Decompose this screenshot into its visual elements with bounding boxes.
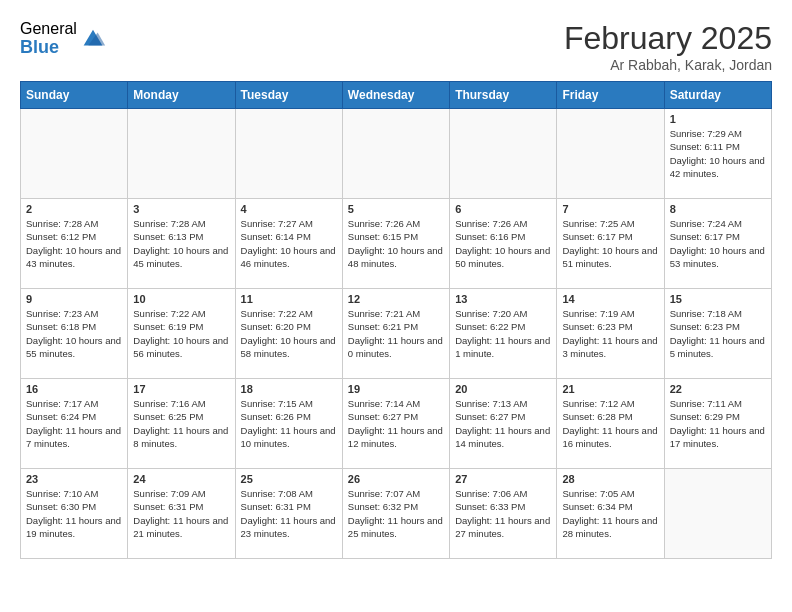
calendar-cell: 23Sunrise: 7:10 AM Sunset: 6:30 PM Dayli… bbox=[21, 469, 128, 559]
sun-info: Sunrise: 7:09 AM Sunset: 6:31 PM Dayligh… bbox=[133, 487, 229, 540]
calendar-cell bbox=[21, 109, 128, 199]
calendar-cell: 25Sunrise: 7:08 AM Sunset: 6:31 PM Dayli… bbox=[235, 469, 342, 559]
day-number: 1 bbox=[670, 113, 766, 125]
calendar-week-row: 9Sunrise: 7:23 AM Sunset: 6:18 PM Daylig… bbox=[21, 289, 772, 379]
sun-info: Sunrise: 7:26 AM Sunset: 6:16 PM Dayligh… bbox=[455, 217, 551, 270]
calendar-cell bbox=[128, 109, 235, 199]
calendar-cell: 20Sunrise: 7:13 AM Sunset: 6:27 PM Dayli… bbox=[450, 379, 557, 469]
calendar-cell: 10Sunrise: 7:22 AM Sunset: 6:19 PM Dayli… bbox=[128, 289, 235, 379]
day-number: 2 bbox=[26, 203, 122, 215]
logo: General Blue bbox=[20, 20, 107, 57]
header: General Blue February 2025 Ar Rabbah, Ka… bbox=[20, 20, 772, 73]
day-number: 16 bbox=[26, 383, 122, 395]
sun-info: Sunrise: 7:15 AM Sunset: 6:26 PM Dayligh… bbox=[241, 397, 337, 450]
calendar-cell: 14Sunrise: 7:19 AM Sunset: 6:23 PM Dayli… bbox=[557, 289, 664, 379]
header-row: SundayMondayTuesdayWednesdayThursdayFrid… bbox=[21, 82, 772, 109]
day-number: 9 bbox=[26, 293, 122, 305]
day-number: 13 bbox=[455, 293, 551, 305]
sun-info: Sunrise: 7:13 AM Sunset: 6:27 PM Dayligh… bbox=[455, 397, 551, 450]
day-number: 5 bbox=[348, 203, 444, 215]
sun-info: Sunrise: 7:22 AM Sunset: 6:19 PM Dayligh… bbox=[133, 307, 229, 360]
calendar: SundayMondayTuesdayWednesdayThursdayFrid… bbox=[20, 81, 772, 559]
sun-info: Sunrise: 7:26 AM Sunset: 6:15 PM Dayligh… bbox=[348, 217, 444, 270]
calendar-cell: 13Sunrise: 7:20 AM Sunset: 6:22 PM Dayli… bbox=[450, 289, 557, 379]
day-number: 15 bbox=[670, 293, 766, 305]
sun-info: Sunrise: 7:28 AM Sunset: 6:12 PM Dayligh… bbox=[26, 217, 122, 270]
day-number: 10 bbox=[133, 293, 229, 305]
calendar-body: 1Sunrise: 7:29 AM Sunset: 6:11 PM Daylig… bbox=[21, 109, 772, 559]
sun-info: Sunrise: 7:19 AM Sunset: 6:23 PM Dayligh… bbox=[562, 307, 658, 360]
calendar-cell: 8Sunrise: 7:24 AM Sunset: 6:17 PM Daylig… bbox=[664, 199, 771, 289]
sun-info: Sunrise: 7:07 AM Sunset: 6:32 PM Dayligh… bbox=[348, 487, 444, 540]
day-of-week-header: Sunday bbox=[21, 82, 128, 109]
day-number: 23 bbox=[26, 473, 122, 485]
calendar-cell: 27Sunrise: 7:06 AM Sunset: 6:33 PM Dayli… bbox=[450, 469, 557, 559]
day-number: 28 bbox=[562, 473, 658, 485]
calendar-week-row: 1Sunrise: 7:29 AM Sunset: 6:11 PM Daylig… bbox=[21, 109, 772, 199]
calendar-cell: 9Sunrise: 7:23 AM Sunset: 6:18 PM Daylig… bbox=[21, 289, 128, 379]
calendar-cell: 21Sunrise: 7:12 AM Sunset: 6:28 PM Dayli… bbox=[557, 379, 664, 469]
day-number: 24 bbox=[133, 473, 229, 485]
sun-info: Sunrise: 7:06 AM Sunset: 6:33 PM Dayligh… bbox=[455, 487, 551, 540]
day-number: 20 bbox=[455, 383, 551, 395]
sun-info: Sunrise: 7:23 AM Sunset: 6:18 PM Dayligh… bbox=[26, 307, 122, 360]
calendar-cell: 24Sunrise: 7:09 AM Sunset: 6:31 PM Dayli… bbox=[128, 469, 235, 559]
logo-general: General bbox=[20, 20, 77, 38]
day-number: 3 bbox=[133, 203, 229, 215]
sun-info: Sunrise: 7:20 AM Sunset: 6:22 PM Dayligh… bbox=[455, 307, 551, 360]
sun-info: Sunrise: 7:08 AM Sunset: 6:31 PM Dayligh… bbox=[241, 487, 337, 540]
calendar-week-row: 23Sunrise: 7:10 AM Sunset: 6:30 PM Dayli… bbox=[21, 469, 772, 559]
calendar-cell: 2Sunrise: 7:28 AM Sunset: 6:12 PM Daylig… bbox=[21, 199, 128, 289]
day-number: 22 bbox=[670, 383, 766, 395]
day-of-week-header: Saturday bbox=[664, 82, 771, 109]
day-number: 25 bbox=[241, 473, 337, 485]
sun-info: Sunrise: 7:12 AM Sunset: 6:28 PM Dayligh… bbox=[562, 397, 658, 450]
day-number: 17 bbox=[133, 383, 229, 395]
sun-info: Sunrise: 7:29 AM Sunset: 6:11 PM Dayligh… bbox=[670, 127, 766, 180]
calendar-cell: 4Sunrise: 7:27 AM Sunset: 6:14 PM Daylig… bbox=[235, 199, 342, 289]
calendar-header: SundayMondayTuesdayWednesdayThursdayFrid… bbox=[21, 82, 772, 109]
calendar-cell bbox=[557, 109, 664, 199]
sun-info: Sunrise: 7:25 AM Sunset: 6:17 PM Dayligh… bbox=[562, 217, 658, 270]
calendar-cell: 12Sunrise: 7:21 AM Sunset: 6:21 PM Dayli… bbox=[342, 289, 449, 379]
day-number: 26 bbox=[348, 473, 444, 485]
title-block: February 2025 Ar Rabbah, Karak, Jordan bbox=[564, 20, 772, 73]
calendar-cell: 22Sunrise: 7:11 AM Sunset: 6:29 PM Dayli… bbox=[664, 379, 771, 469]
calendar-cell: 28Sunrise: 7:05 AM Sunset: 6:34 PM Dayli… bbox=[557, 469, 664, 559]
sun-info: Sunrise: 7:17 AM Sunset: 6:24 PM Dayligh… bbox=[26, 397, 122, 450]
sun-info: Sunrise: 7:10 AM Sunset: 6:30 PM Dayligh… bbox=[26, 487, 122, 540]
sun-info: Sunrise: 7:16 AM Sunset: 6:25 PM Dayligh… bbox=[133, 397, 229, 450]
calendar-cell bbox=[664, 469, 771, 559]
sun-info: Sunrise: 7:22 AM Sunset: 6:20 PM Dayligh… bbox=[241, 307, 337, 360]
page: General Blue February 2025 Ar Rabbah, Ka… bbox=[0, 0, 792, 569]
sun-info: Sunrise: 7:21 AM Sunset: 6:21 PM Dayligh… bbox=[348, 307, 444, 360]
day-number: 27 bbox=[455, 473, 551, 485]
calendar-cell: 16Sunrise: 7:17 AM Sunset: 6:24 PM Dayli… bbox=[21, 379, 128, 469]
day-number: 4 bbox=[241, 203, 337, 215]
calendar-cell: 15Sunrise: 7:18 AM Sunset: 6:23 PM Dayli… bbox=[664, 289, 771, 379]
day-of-week-header: Wednesday bbox=[342, 82, 449, 109]
month-title: February 2025 bbox=[564, 20, 772, 57]
sun-info: Sunrise: 7:27 AM Sunset: 6:14 PM Dayligh… bbox=[241, 217, 337, 270]
calendar-cell: 18Sunrise: 7:15 AM Sunset: 6:26 PM Dayli… bbox=[235, 379, 342, 469]
sun-info: Sunrise: 7:24 AM Sunset: 6:17 PM Dayligh… bbox=[670, 217, 766, 270]
sun-info: Sunrise: 7:18 AM Sunset: 6:23 PM Dayligh… bbox=[670, 307, 766, 360]
location: Ar Rabbah, Karak, Jordan bbox=[564, 57, 772, 73]
calendar-cell bbox=[235, 109, 342, 199]
day-number: 8 bbox=[670, 203, 766, 215]
sun-info: Sunrise: 7:14 AM Sunset: 6:27 PM Dayligh… bbox=[348, 397, 444, 450]
calendar-cell: 11Sunrise: 7:22 AM Sunset: 6:20 PM Dayli… bbox=[235, 289, 342, 379]
day-of-week-header: Friday bbox=[557, 82, 664, 109]
sun-info: Sunrise: 7:05 AM Sunset: 6:34 PM Dayligh… bbox=[562, 487, 658, 540]
day-number: 7 bbox=[562, 203, 658, 215]
calendar-week-row: 16Sunrise: 7:17 AM Sunset: 6:24 PM Dayli… bbox=[21, 379, 772, 469]
sun-info: Sunrise: 7:11 AM Sunset: 6:29 PM Dayligh… bbox=[670, 397, 766, 450]
calendar-cell: 6Sunrise: 7:26 AM Sunset: 6:16 PM Daylig… bbox=[450, 199, 557, 289]
day-number: 12 bbox=[348, 293, 444, 305]
day-of-week-header: Tuesday bbox=[235, 82, 342, 109]
calendar-cell: 26Sunrise: 7:07 AM Sunset: 6:32 PM Dayli… bbox=[342, 469, 449, 559]
day-number: 19 bbox=[348, 383, 444, 395]
day-of-week-header: Monday bbox=[128, 82, 235, 109]
calendar-cell: 7Sunrise: 7:25 AM Sunset: 6:17 PM Daylig… bbox=[557, 199, 664, 289]
day-number: 21 bbox=[562, 383, 658, 395]
